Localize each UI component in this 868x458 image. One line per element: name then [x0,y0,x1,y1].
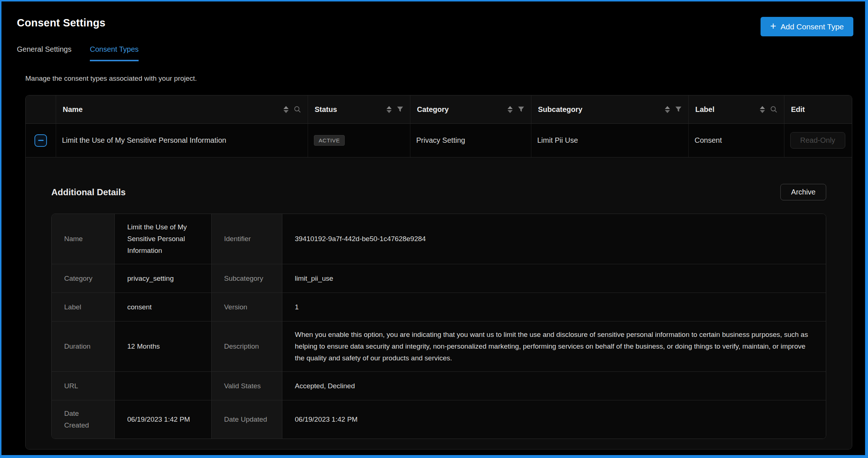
column-header-label[interactable]: Label [689,95,784,124]
read-only-button[interactable]: Read-Only [790,132,845,149]
page-title: Consent Settings [17,17,106,29]
expand-cell [26,124,56,157]
panel-description: Manage the consent types associated with… [25,74,865,83]
row-edit-cell: Read-Only [784,124,852,157]
additional-details-heading: Additional Details [51,187,126,197]
row-name-cell: Limit the Use of My Sensitive Personal I… [56,124,308,157]
plus-icon: + [770,21,776,31]
column-header-label-label: Label [695,105,714,114]
add-consent-type-label: Add Consent Type [781,22,844,31]
sort-icon[interactable] [760,106,765,113]
filter-icon[interactable] [675,106,682,113]
detail-value: When you enable this option, you are ind… [282,321,826,371]
detail-label: Description [212,321,282,371]
detail-label: Duration [52,321,115,371]
column-header-status-label: Status [315,105,337,114]
status-badge: ACTIVE [314,135,345,146]
detail-value: 12 Months [115,321,212,371]
detail-label: Date Created [52,400,115,439]
detail-label: Name [52,214,115,264]
tab-consent-types[interactable]: Consent Types [90,45,139,61]
column-header-category[interactable]: Category [410,95,531,124]
detail-label: Valid States [212,371,282,400]
column-header-category-label: Category [417,105,449,114]
column-header-name[interactable]: Name [56,95,308,124]
detail-label: Date Updated [212,400,282,439]
details-header: Additional Details Archive [51,157,826,200]
archive-button[interactable]: Archive [780,184,826,200]
detail-label: Category [52,264,115,292]
row-label-cell: Consent [689,124,784,157]
column-header-edit-label: Edit [791,105,805,114]
row-subcategory-cell: Limit Pii Use [531,124,689,157]
expanded-row-details: Additional Details Archive Name Limit th… [26,157,852,450]
sort-icon[interactable] [283,106,289,113]
detail-value: Accepted, Declined [282,371,826,400]
column-header-status[interactable]: Status [308,95,410,124]
column-header-edit: Edit [784,95,852,124]
consent-types-table: Name Status Category [25,95,852,450]
tab-bar: General Settings Consent Types [1,36,865,61]
detail-value: consent [115,292,212,321]
search-icon[interactable] [294,106,301,113]
minus-icon [38,140,44,141]
row-category-cell: Privacy Setting [410,124,531,157]
column-header-expand [26,95,56,124]
search-icon[interactable] [770,106,777,113]
tab-general-settings[interactable]: General Settings [17,45,72,61]
detail-value: 1 [282,292,826,321]
detail-label: Subcategory [212,264,282,292]
detail-value: Limit the Use of My Sensitive Personal I… [115,214,212,264]
detail-value: 06/19/2023 1:42 PM [282,400,826,439]
column-header-subcategory-label: Subcategory [538,105,582,114]
filter-icon[interactable] [397,106,403,113]
detail-label: URL [52,371,115,400]
column-header-name-label: Name [63,105,83,114]
sort-icon[interactable] [665,106,670,113]
add-consent-type-button[interactable]: + Add Consent Type [761,17,853,36]
table-row: Limit the Use of My Sensitive Personal I… [26,124,852,157]
detail-value: limit_pii_use [282,264,826,292]
collapse-row-button[interactable] [34,134,47,147]
sort-icon[interactable] [387,106,392,113]
detail-label: Label [52,292,115,321]
detail-value: 06/19/2023 1:42 PM [115,400,212,439]
page-header: Consent Settings + Add Consent Type [1,1,865,36]
column-header-subcategory[interactable]: Subcategory [531,95,689,124]
sort-icon[interactable] [508,106,513,113]
filter-icon[interactable] [518,106,524,113]
details-table: Name Limit the Use of My Sensitive Perso… [51,214,826,439]
table-header-row: Name Status Category [26,95,852,124]
row-status-cell: ACTIVE [308,124,410,157]
detail-value: privacy_setting [115,264,212,292]
detail-value: 39410192-9a7f-442d-be50-1c47628e9284 [282,214,826,264]
detail-label: Identifier [212,214,282,264]
detail-value [115,371,212,400]
consent-settings-page: Consent Settings + Add Consent Type Gene… [0,0,868,458]
detail-label: Version [212,292,282,321]
